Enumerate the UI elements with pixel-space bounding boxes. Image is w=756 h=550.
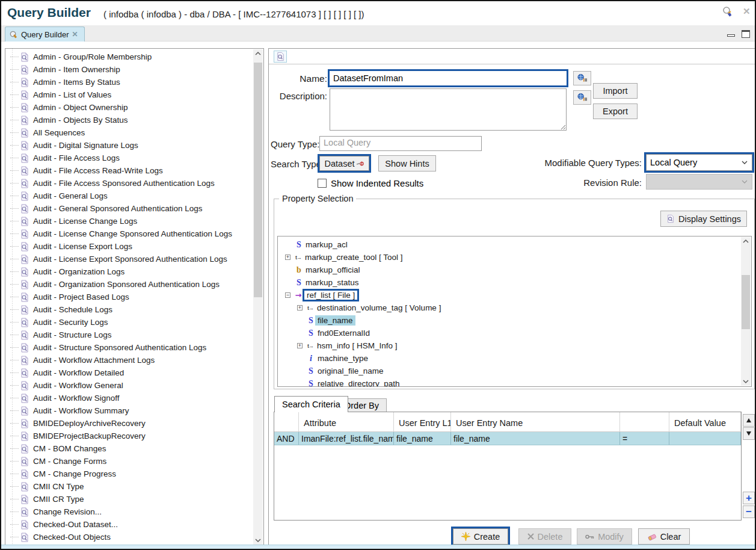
saved-query-item[interactable]: Audit - Schedule Logs: [5, 303, 253, 316]
property-node-label[interactable]: markup_status: [303, 277, 361, 288]
move-row-up-button[interactable]: [743, 414, 755, 427]
property-node-label[interactable]: fnd0ExternalId: [315, 328, 372, 338]
saved-query-item[interactable]: Audit - Project Based Logs: [5, 291, 253, 303]
property-node-label[interactable]: hsm_info [ HSM_Info ]: [315, 341, 400, 351]
show-hints-button[interactable]: Show Hints: [378, 155, 436, 171]
saved-query-item[interactable]: Audit - Structure Logs: [5, 329, 253, 341]
scroll-up-icon[interactable]: [741, 237, 751, 246]
saved-query-item[interactable]: Audit - Organization Logs: [5, 265, 253, 278]
name-input[interactable]: [330, 71, 567, 85]
scroll-up-icon[interactable]: [253, 49, 263, 58]
property-tree-node[interactable]: Sfile_name: [278, 314, 751, 327]
saved-query-item[interactable]: Audit - License Change Logs: [5, 215, 253, 227]
add-criteria-button[interactable]: +: [743, 492, 755, 504]
expand-icon[interactable]: +: [297, 343, 303, 348]
modifiable-query-types-select[interactable]: Local Query: [646, 154, 752, 171]
saved-query-item[interactable]: Audit - File Access Logs: [5, 152, 253, 164]
saved-query-item[interactable]: Audit - General Sponsored Authentication…: [5, 202, 253, 215]
minimize-icon[interactable]: [727, 34, 735, 37]
property-tree-node[interactable]: Srelative_directory_path: [278, 377, 751, 387]
criteria-cell[interactable]: [669, 432, 741, 445]
saved-query-item[interactable]: Checked-Out Objects: [5, 531, 253, 543]
property-node-label[interactable]: markup_create_tool [ Tool ]: [303, 252, 405, 262]
saved-query-item[interactable]: Audit - General Logs: [5, 190, 253, 202]
property-tree-node[interactable]: +t→destination_volume_tag [ Volume ]: [278, 301, 751, 314]
saved-query-item[interactable]: BMIDEProjectBackupRecovery: [5, 430, 253, 442]
property-tree-node[interactable]: Sfnd0ExternalId: [278, 327, 751, 339]
move-row-down-button[interactable]: [743, 427, 755, 440]
saved-query-item[interactable]: Audit - Workflow Detailed: [5, 366, 253, 379]
property-tree-node[interactable]: imachine_type: [278, 352, 751, 365]
tab-query-builder[interactable]: Query Builder ✕: [5, 26, 85, 42]
tab-close-icon[interactable]: ✕: [72, 30, 78, 39]
show-indented-checkbox[interactable]: [318, 179, 327, 188]
query-list-scrollbar[interactable]: [253, 49, 263, 545]
scrollbar-thumb[interactable]: [254, 63, 262, 297]
property-node-label[interactable]: ref_list [ File ]: [303, 289, 359, 301]
property-tree-node[interactable]: Smarkup_acl: [278, 238, 751, 251]
saved-query-item[interactable]: Admin - Items By Status: [5, 76, 253, 88]
scroll-down-icon[interactable]: [741, 377, 751, 386]
clear-button[interactable]: Clear: [638, 528, 690, 545]
tab-search-criteria[interactable]: Search Criteria: [274, 396, 348, 412]
property-node-label[interactable]: destination_volume_tag [ Volume ]: [315, 303, 443, 313]
description-input[interactable]: [330, 88, 567, 131]
localize-name-button[interactable]: [573, 71, 591, 85]
saved-query-item[interactable]: Checked-Out Dataset...: [5, 518, 253, 531]
saved-query-item[interactable]: Audit - License Change Sponsored Authent…: [5, 227, 253, 240]
saved-query-item[interactable]: Audit - Workflow Attachment Logs: [5, 354, 253, 366]
saved-query-item[interactable]: CMII CR Type: [5, 493, 253, 505]
remove-criteria-button[interactable]: −: [743, 505, 755, 518]
saved-query-item[interactable]: Audit - Security Logs: [5, 316, 253, 329]
saved-query-item[interactable]: Audit - License Export Logs: [5, 240, 253, 253]
saved-query-item[interactable]: Admin - Object Ownership: [5, 101, 253, 114]
property-node-label[interactable]: machine_type: [315, 353, 370, 363]
property-tree-node[interactable]: +t→hsm_info [ HSM_Info ]: [278, 339, 751, 352]
display-settings-button[interactable]: Display Settings: [660, 211, 747, 227]
saved-query-item[interactable]: Audit - Digital Signature Logs: [5, 139, 253, 152]
saved-query-item[interactable]: CM - Change Forms: [5, 455, 253, 468]
export-button[interactable]: Export: [593, 104, 638, 119]
scroll-down-icon[interactable]: [253, 536, 263, 545]
property-node-label[interactable]: relative_directory_path: [315, 379, 402, 387]
active-query-tool-button[interactable]: [274, 51, 287, 63]
saved-query-item[interactable]: All Sequences: [5, 126, 253, 139]
localize-description-button[interactable]: [573, 90, 591, 105]
collapse-icon[interactable]: −: [285, 292, 290, 298]
property-node-label[interactable]: markup_official: [303, 265, 363, 275]
saved-query-item[interactable]: CM - BOM Changes: [5, 442, 253, 455]
saved-query-item[interactable]: Audit - Workflow Signoff: [5, 392, 253, 404]
criteria-cell[interactable]: ImanFile:ref_list.file_name: [299, 432, 394, 445]
property-tree-scrollbar[interactable]: [741, 237, 751, 386]
saved-query-item[interactable]: Audit - File Access Read-Write Logs: [5, 164, 253, 177]
saved-query-item[interactable]: Audit - Organization Sponsored Authentic…: [5, 278, 253, 291]
property-tree-node[interactable]: Soriginal_file_name: [278, 365, 751, 377]
property-node-label[interactable]: original_file_name: [315, 366, 386, 376]
scrollbar-thumb[interactable]: [742, 275, 750, 329]
criteria-row[interactable]: ANDImanFile:ref_list.file_namefile_namef…: [274, 432, 741, 445]
saved-query-item[interactable]: Change Revision...: [5, 505, 253, 518]
saved-query-item[interactable]: BMIDEDeployArchiveRecovery: [5, 417, 253, 430]
saved-query-item[interactable]: Admin - Group/Role Membership: [5, 51, 253, 63]
criteria-cell[interactable]: =: [620, 432, 669, 445]
property-tree-node[interactable]: −→ref_list [ File ]: [278, 289, 751, 301]
property-tree-node[interactable]: Smarkup_status: [278, 276, 751, 289]
saved-query-item[interactable]: Audit - Workflow Summary: [5, 404, 253, 417]
criteria-cell[interactable]: file_name: [394, 432, 451, 445]
saved-query-item[interactable]: Audit - Structure Sponsored Authenticati…: [5, 341, 253, 354]
property-node-label[interactable]: markup_acl: [303, 239, 350, 250]
saved-query-item[interactable]: Admin - List of Values: [5, 88, 253, 101]
search-type-button[interactable]: Dataset: [319, 156, 369, 171]
close-icon[interactable]: ✕: [743, 6, 751, 17]
property-node-label[interactable]: file_name: [315, 315, 355, 326]
saved-query-item[interactable]: CMII CN Type: [5, 480, 253, 493]
saved-query-item[interactable]: CM - Change Progress: [5, 468, 253, 480]
saved-query-item[interactable]: Audit - License Export Sponsored Authent…: [5, 253, 253, 265]
saved-query-item[interactable]: Audit - File Access Sponsored Authentica…: [5, 177, 253, 190]
property-tree-node[interactable]: bmarkup_official: [278, 264, 751, 276]
criteria-cell[interactable]: AND: [274, 432, 299, 445]
maximize-icon[interactable]: [742, 30, 750, 38]
property-tree-node[interactable]: +t→markup_create_tool [ Tool ]: [278, 251, 751, 264]
expand-icon[interactable]: +: [285, 255, 290, 260]
expand-icon[interactable]: +: [297, 305, 303, 311]
